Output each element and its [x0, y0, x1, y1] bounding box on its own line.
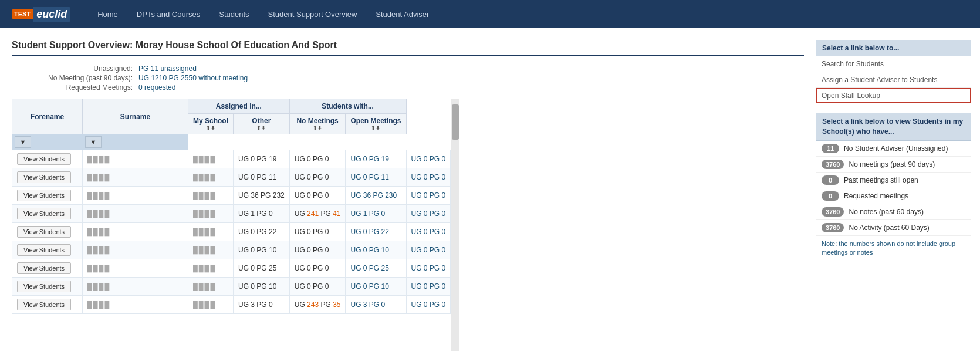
view-students-btn-1[interactable]: View Students [17, 171, 71, 183]
no-meetings-cell-1: UG 0 PG 11 [346, 168, 406, 187]
open-meetings-cell-6: UG 0 PG 0 [406, 259, 451, 278]
my-school-cell-0: UG 0 PG 19 [234, 150, 290, 168]
col-students-with-header: Students with... [289, 99, 406, 114]
view-students-cell-2: View Students [12, 187, 83, 205]
open-meetings-link-3[interactable]: UG 0 PG 0 [411, 210, 446, 218]
no-meetings-link-7[interactable]: UG 0 PG 10 [350, 282, 388, 291]
scrollbar-thumb[interactable] [452, 104, 459, 140]
no-meetings-link-8[interactable]: UG 3 PG 0 [350, 300, 385, 309]
table-row: View Students████████UG 0 PG 10UG 0 PG 0… [12, 278, 451, 296]
sidebar-select-header: Select a link below to... [816, 40, 971, 56]
stat-row-1[interactable]: 3760No meetings (past 90 days) [816, 157, 971, 173]
other-cell-3: UG 241 PG 41 [289, 205, 346, 223]
no-meetings-link-2[interactable]: UG 36 PG 230 [350, 191, 397, 200]
open-meetings-link-1[interactable]: UG 0 PG 0 [411, 173, 446, 181]
filter-forename-btn[interactable]: ▼ [15, 136, 32, 148]
forename-value-8: ████ [87, 301, 110, 308]
other-cell-8: UG 243 PG 35 [289, 296, 346, 314]
view-students-btn-2[interactable]: View Students [17, 190, 71, 201]
my-school-cell-6: UG 0 PG 25 [234, 259, 290, 278]
nav-dpts-courses[interactable]: DPTs and Courses [127, 0, 209, 28]
no-meeting-link[interactable]: UG 1210 PG 2550 without meeting [138, 74, 248, 82]
stat-row-5[interactable]: 3760No Activity (past 60 Days) [816, 220, 971, 236]
sidebar-link-staff-lookup[interactable]: Open Staff Lookup [816, 88, 971, 103]
view-students-cell-1: View Students [12, 168, 83, 187]
my-school-cell-1: UG 0 PG 11 [234, 168, 290, 187]
surname-value-7: ████ [193, 283, 216, 290]
no-meetings-link-5[interactable]: UG 0 PG 10 [350, 246, 388, 254]
open-meetings-cell-0: UG 0 PG 0 [406, 150, 451, 168]
nav-student-adviser[interactable]: Student Adviser [366, 0, 438, 28]
navbar: TEST euclid Home DPTs and Courses Studen… [0, 0, 980, 28]
stat-label-2: Past meetings still open [844, 176, 918, 184]
nav-student-support-overview[interactable]: Student Support Overview [259, 0, 367, 28]
table-row: View Students████████UG 36 PG 232UG 0 PG… [12, 187, 451, 205]
view-students-cell-0: View Students [12, 150, 83, 168]
scrollbar-track[interactable] [451, 99, 459, 351]
sidebar-note: Note: the numbers shown do not include g… [816, 236, 971, 261]
forename-cell-3: ████ [83, 205, 188, 223]
view-students-btn-7[interactable]: View Students [17, 281, 71, 292]
table-row: View Students████████UG 0 PG 22UG 0 PG 0… [12, 223, 451, 241]
nav-home[interactable]: Home [88, 0, 127, 28]
filter-surname-btn[interactable]: ▼ [85, 136, 102, 148]
filter-other-cell [234, 134, 290, 150]
stat-row-0[interactable]: 11No Student Adviser (Unassigned) [816, 141, 971, 157]
unassigned-link[interactable]: PG 11 unassigned [138, 65, 197, 73]
my-school-sort-icon[interactable]: ⬆⬇ [193, 125, 228, 131]
open-meetings-link-4[interactable]: UG 0 PG 0 [411, 228, 446, 236]
view-students-btn-3[interactable]: View Students [17, 208, 71, 219]
summary-unassigned-row: Unassigned: PG 11 unassigned [48, 65, 248, 73]
stat-row-4[interactable]: 3760No notes (past 60 days) [816, 204, 971, 220]
other-link-3[interactable]: 41 [333, 210, 340, 218]
view-students-btn-5[interactable]: View Students [17, 244, 71, 256]
sidebar-link-assign[interactable]: Assign a Student Adviser to Students [816, 72, 971, 88]
view-students-btn-0[interactable]: View Students [17, 153, 71, 165]
no-meetings-link-3[interactable]: UG 1 PG 0 [350, 210, 385, 218]
requested-link[interactable]: 0 requested [138, 83, 175, 92]
open-meetings-link-0[interactable]: UG 0 PG 0 [411, 155, 446, 163]
main-container: Student Support Overview: Moray House Sc… [0, 28, 980, 351]
other-link-3[interactable]: 241 [307, 210, 319, 218]
my-school-cell-2: UG 36 PG 232 [234, 187, 290, 205]
unassigned-label: Unassigned: [48, 65, 137, 73]
open-meetings-link-5[interactable]: UG 0 PG 0 [411, 246, 446, 254]
view-students-btn-6[interactable]: View Students [17, 262, 71, 274]
open-meetings-link-6[interactable]: UG 0 PG 0 [411, 264, 446, 272]
surname-cell-2: ████ [188, 187, 234, 205]
col-no-meetings-header: No Meetings ⬆⬇ [289, 114, 346, 134]
no-meetings-link-0[interactable]: UG 0 PG 19 [350, 155, 388, 163]
other-sort-icon[interactable]: ⬆⬇ [238, 125, 285, 131]
filter-my-school-cell [188, 134, 234, 150]
no-meetings-cell-8: UG 3 PG 0 [346, 296, 406, 314]
open-meetings-link-8[interactable]: UG 0 PG 0 [411, 300, 446, 309]
surname-value-8: ████ [193, 301, 216, 308]
forename-value-4: ████ [87, 228, 110, 235]
no-meetings-cell-4: UG 0 PG 22 [346, 223, 406, 241]
forename-value-5: ████ [87, 246, 110, 254]
data-table-wrapper[interactable]: Forename Surname Assigned in... Students… [12, 99, 451, 351]
summary-requested-row: Requested Meetings: 0 requested [48, 83, 248, 92]
surname-cell-3: ████ [188, 205, 234, 223]
sidebar-link-search[interactable]: Search for Students [816, 56, 971, 72]
open-meetings-link-7[interactable]: UG 0 PG 0 [411, 282, 446, 291]
open-meetings-sort-icon[interactable]: ⬆⬇ [350, 125, 401, 131]
surname-cell-4: ████ [188, 223, 234, 241]
no-meetings-link-4[interactable]: UG 0 PG 22 [350, 228, 388, 236]
no-meetings-cell-6: UG 0 PG 25 [346, 259, 406, 278]
stat-label-1: No meetings (past 90 days) [849, 160, 935, 168]
stat-row-3[interactable]: 0Requested meetings [816, 188, 971, 204]
view-students-btn-4[interactable]: View Students [17, 226, 71, 238]
no-meetings-link-6[interactable]: UG 0 PG 25 [350, 264, 388, 272]
no-meetings-link-1[interactable]: UG 0 PG 11 [350, 173, 388, 181]
nav-students[interactable]: Students [209, 0, 258, 28]
stat-row-2[interactable]: 0Past meetings still open [816, 173, 971, 188]
view-students-btn-8[interactable]: View Students [17, 299, 71, 310]
other-cell-4: UG 0 PG 0 [289, 223, 346, 241]
other-link-8[interactable]: 243 [307, 300, 319, 309]
open-meetings-link-2[interactable]: UG 0 PG 0 [411, 191, 446, 200]
forename-cell-6: ████ [83, 259, 188, 278]
stat-badge-0: 11 [822, 144, 839, 153]
no-meetings-sort-icon[interactable]: ⬆⬇ [295, 125, 341, 131]
other-link-8[interactable]: 35 [333, 300, 340, 309]
